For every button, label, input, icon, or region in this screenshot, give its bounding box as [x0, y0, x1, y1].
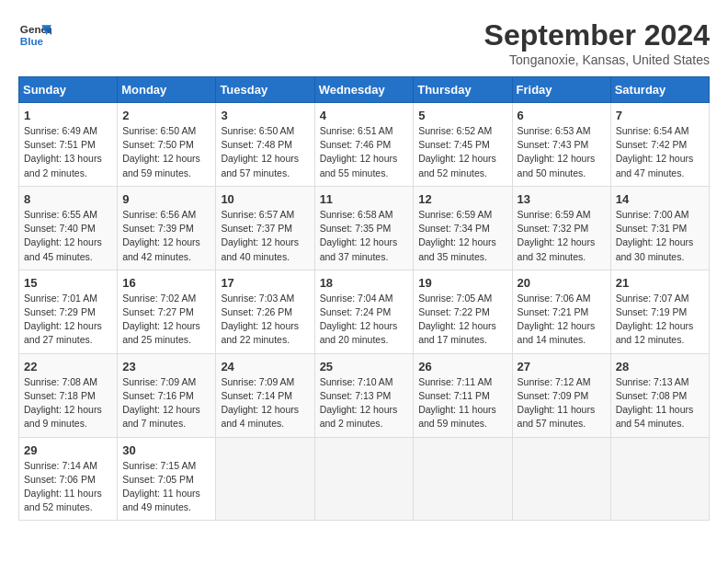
logo: General Blue — [18, 18, 51, 52]
day-info: Sunrise: 6:52 AM Sunset: 7:45 PM Dayligh… — [418, 124, 506, 180]
calendar-day-cell: 4Sunrise: 6:51 AM Sunset: 7:46 PM Daylig… — [314, 103, 414, 187]
calendar-day-cell: 29Sunrise: 7:14 AM Sunset: 7:06 PM Dayli… — [19, 437, 118, 521]
day-number: 17 — [221, 276, 309, 290]
calendar-day-cell: 14Sunrise: 7:00 AM Sunset: 7:31 PM Dayli… — [610, 186, 709, 270]
day-number: 13 — [518, 192, 606, 206]
calendar-day-cell: 1Sunrise: 6:49 AM Sunset: 7:51 PM Daylig… — [19, 103, 118, 187]
calendar-day-cell: 22Sunrise: 7:08 AM Sunset: 7:18 PM Dayli… — [19, 353, 118, 437]
day-info: Sunrise: 7:09 AM Sunset: 7:14 PM Dayligh… — [221, 375, 309, 431]
day-info: Sunrise: 6:49 AM Sunset: 7:51 PM Dayligh… — [24, 124, 112, 180]
calendar-day-cell: 9Sunrise: 6:56 AM Sunset: 7:39 PM Daylig… — [118, 186, 216, 270]
day-of-week-header: Sunday — [19, 77, 118, 103]
calendar-week-row: 15Sunrise: 7:01 AM Sunset: 7:29 PM Dayli… — [19, 270, 710, 353]
day-number: 19 — [418, 276, 506, 290]
calendar-day-cell: 13Sunrise: 6:59 AM Sunset: 7:32 PM Dayli… — [512, 186, 610, 270]
day-of-week-header: Friday — [512, 77, 610, 103]
calendar-day-cell: 6Sunrise: 6:53 AM Sunset: 7:43 PM Daylig… — [512, 103, 610, 187]
calendar-day-cell: 5Sunrise: 6:52 AM Sunset: 7:45 PM Daylig… — [414, 103, 512, 187]
day-number: 7 — [616, 109, 704, 122]
day-number: 8 — [24, 192, 112, 206]
day-number: 5 — [418, 109, 506, 122]
day-number: 4 — [320, 109, 409, 122]
calendar-day-cell — [414, 437, 512, 521]
calendar-day-cell: 27Sunrise: 7:12 AM Sunset: 7:09 PM Dayli… — [512, 353, 610, 437]
day-of-week-header: Wednesday — [314, 77, 414, 103]
calendar-day-cell — [512, 437, 610, 521]
calendar-day-cell: 23Sunrise: 7:09 AM Sunset: 7:16 PM Dayli… — [118, 353, 216, 437]
day-of-week-header: Saturday — [610, 77, 709, 103]
day-number: 9 — [122, 192, 210, 206]
day-info: Sunrise: 6:59 AM Sunset: 7:32 PM Dayligh… — [518, 208, 606, 264]
day-info: Sunrise: 7:08 AM Sunset: 7:18 PM Dayligh… — [24, 375, 112, 431]
location: Tonganoxie, Kansas, United States — [484, 52, 710, 67]
day-number: 11 — [320, 192, 409, 206]
day-info: Sunrise: 6:50 AM Sunset: 7:48 PM Dayligh… — [221, 124, 309, 180]
logo-icon: General Blue — [18, 18, 51, 52]
day-info: Sunrise: 6:50 AM Sunset: 7:50 PM Dayligh… — [122, 124, 210, 180]
calendar-day-cell: 8Sunrise: 6:55 AM Sunset: 7:40 PM Daylig… — [19, 186, 118, 270]
day-number: 12 — [418, 192, 506, 206]
calendar-day-cell: 11Sunrise: 6:58 AM Sunset: 7:35 PM Dayli… — [314, 186, 414, 270]
day-info: Sunrise: 7:15 AM Sunset: 7:05 PM Dayligh… — [122, 459, 210, 515]
day-info: Sunrise: 7:13 AM Sunset: 7:08 PM Dayligh… — [616, 375, 704, 431]
day-number: 26 — [418, 360, 506, 373]
day-info: Sunrise: 6:56 AM Sunset: 7:39 PM Dayligh… — [122, 208, 210, 264]
day-info: Sunrise: 7:06 AM Sunset: 7:21 PM Dayligh… — [518, 292, 606, 348]
day-number: 2 — [122, 109, 210, 122]
day-number: 3 — [221, 109, 309, 122]
calendar-week-row: 22Sunrise: 7:08 AM Sunset: 7:18 PM Dayli… — [19, 353, 710, 437]
day-of-week-header: Monday — [118, 77, 216, 103]
day-info: Sunrise: 7:05 AM Sunset: 7:22 PM Dayligh… — [418, 292, 506, 348]
calendar-day-cell: 19Sunrise: 7:05 AM Sunset: 7:22 PM Dayli… — [414, 270, 512, 353]
day-info: Sunrise: 7:02 AM Sunset: 7:27 PM Dayligh… — [122, 292, 210, 348]
calendar-day-cell: 20Sunrise: 7:06 AM Sunset: 7:21 PM Dayli… — [512, 270, 610, 353]
day-info: Sunrise: 7:04 AM Sunset: 7:24 PM Dayligh… — [320, 292, 409, 348]
day-info: Sunrise: 6:53 AM Sunset: 7:43 PM Dayligh… — [518, 124, 606, 180]
day-number: 1 — [24, 109, 112, 122]
day-info: Sunrise: 7:14 AM Sunset: 7:06 PM Dayligh… — [24, 459, 112, 515]
calendar-day-cell: 18Sunrise: 7:04 AM Sunset: 7:24 PM Dayli… — [314, 270, 414, 353]
day-number: 20 — [518, 276, 606, 290]
day-of-week-header: Tuesday — [216, 77, 314, 103]
day-info: Sunrise: 6:57 AM Sunset: 7:37 PM Dayligh… — [221, 208, 309, 264]
day-number: 14 — [616, 192, 704, 206]
day-number: 29 — [24, 443, 112, 457]
day-info: Sunrise: 7:00 AM Sunset: 7:31 PM Dayligh… — [616, 208, 704, 264]
title-block: September 2024 Tonganoxie, Kansas, Unite… — [484, 18, 710, 67]
calendar-day-cell: 25Sunrise: 7:10 AM Sunset: 7:13 PM Dayli… — [314, 353, 414, 437]
calendar-day-cell — [314, 437, 414, 521]
calendar-day-cell: 3Sunrise: 6:50 AM Sunset: 7:48 PM Daylig… — [216, 103, 314, 187]
day-info: Sunrise: 7:11 AM Sunset: 7:11 PM Dayligh… — [418, 375, 506, 431]
calendar-day-cell: 21Sunrise: 7:07 AM Sunset: 7:19 PM Dayli… — [610, 270, 709, 353]
calendar-day-cell: 7Sunrise: 6:54 AM Sunset: 7:42 PM Daylig… — [610, 103, 709, 187]
day-info: Sunrise: 6:54 AM Sunset: 7:42 PM Dayligh… — [616, 124, 704, 180]
day-number: 18 — [320, 276, 409, 290]
calendar-day-cell — [216, 437, 314, 521]
calendar-day-cell: 30Sunrise: 7:15 AM Sunset: 7:05 PM Dayli… — [118, 437, 216, 521]
day-number: 16 — [122, 276, 210, 290]
calendar-day-cell: 12Sunrise: 6:59 AM Sunset: 7:34 PM Dayli… — [414, 186, 512, 270]
day-info: Sunrise: 7:07 AM Sunset: 7:19 PM Dayligh… — [616, 292, 704, 348]
day-number: 23 — [122, 360, 210, 373]
calendar-week-row: 1Sunrise: 6:49 AM Sunset: 7:51 PM Daylig… — [19, 103, 710, 187]
day-number: 6 — [518, 109, 606, 122]
day-of-week-header: Thursday — [414, 77, 512, 103]
day-number: 24 — [221, 360, 309, 373]
day-number: 27 — [518, 360, 606, 373]
month-year: September 2024 — [484, 18, 710, 52]
day-info: Sunrise: 7:09 AM Sunset: 7:16 PM Dayligh… — [122, 375, 210, 431]
calendar-day-cell: 2Sunrise: 6:50 AM Sunset: 7:50 PM Daylig… — [118, 103, 216, 187]
day-number: 10 — [221, 192, 309, 206]
day-number: 30 — [122, 443, 210, 457]
calendar-table: SundayMondayTuesdayWednesdayThursdayFrid… — [18, 76, 710, 521]
calendar-week-row: 8Sunrise: 6:55 AM Sunset: 7:40 PM Daylig… — [19, 186, 710, 270]
day-info: Sunrise: 7:01 AM Sunset: 7:29 PM Dayligh… — [24, 292, 112, 348]
day-info: Sunrise: 6:51 AM Sunset: 7:46 PM Dayligh… — [320, 124, 409, 180]
day-info: Sunrise: 6:58 AM Sunset: 7:35 PM Dayligh… — [320, 208, 409, 264]
day-number: 28 — [616, 360, 704, 373]
calendar-day-cell: 10Sunrise: 6:57 AM Sunset: 7:37 PM Dayli… — [216, 186, 314, 270]
calendar-week-row: 29Sunrise: 7:14 AM Sunset: 7:06 PM Dayli… — [19, 437, 710, 521]
calendar-day-cell: 24Sunrise: 7:09 AM Sunset: 7:14 PM Dayli… — [216, 353, 314, 437]
day-number: 21 — [616, 276, 704, 290]
day-number: 15 — [24, 276, 112, 290]
